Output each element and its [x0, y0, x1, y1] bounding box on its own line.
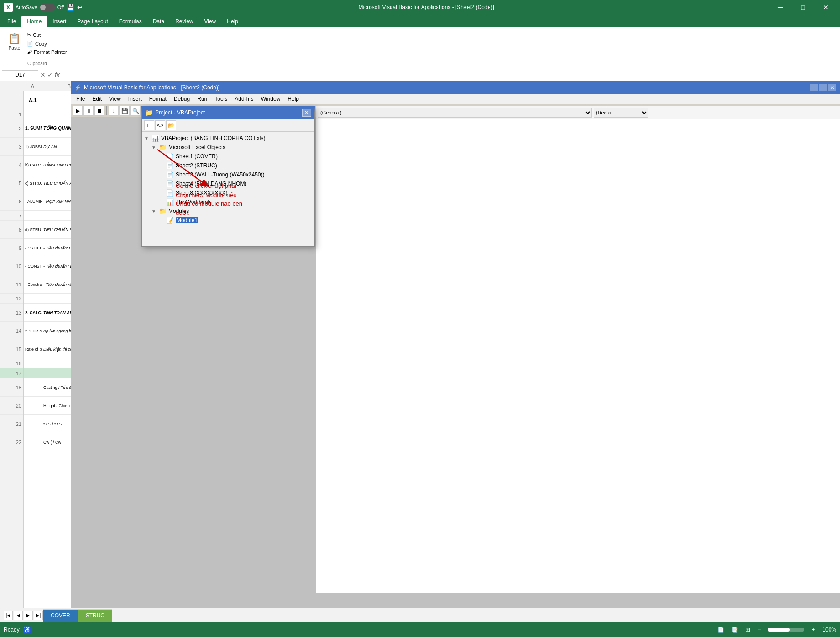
- format-painter-button[interactable]: 🖌 Format Painter: [25, 48, 69, 56]
- vba-excel-objects-item[interactable]: ▼ 📁 Microsoft Excel Objects: [151, 143, 312, 152]
- cell-a-header[interactable]: A.1: [24, 91, 42, 109]
- vba-menu-help[interactable]: Help: [284, 95, 303, 103]
- save-icon[interactable]: 💾: [67, 4, 74, 11]
- tab-help[interactable]: Help: [221, 16, 244, 27]
- vba-sheet2-item[interactable]: 📄 Sheet2 (STRUC): [159, 161, 312, 170]
- close-button[interactable]: ✕: [815, 0, 836, 15]
- vba-tb-step[interactable]: ↓: [109, 106, 119, 116]
- vba-restore-btn[interactable]: □: [819, 84, 827, 91]
- vba-declar-select[interactable]: (Declar: [594, 108, 648, 118]
- paste-button[interactable]: 📋 Paste: [5, 31, 23, 52]
- cell-a18[interactable]: [24, 378, 42, 396]
- cell-a6-alum[interactable]: - ALUMINUM :: [24, 192, 42, 210]
- cell-a7[interactable]: [24, 211, 42, 220]
- cell-a17[interactable]: [24, 368, 42, 378]
- row-num-17: 17: [0, 368, 23, 378]
- vba-menu-run[interactable]: Run: [193, 95, 211, 103]
- vba-menu-addins[interactable]: Add-Ins: [231, 95, 257, 103]
- autosave-toggle[interactable]: [39, 4, 56, 11]
- copy-button[interactable]: 📄 Copy: [25, 40, 69, 47]
- cell-a2-summary[interactable]: 1. SUMMARY: [24, 119, 42, 137]
- zoom-in-icon[interactable]: +: [812, 627, 815, 633]
- vba-menu-window[interactable]: Window: [257, 95, 284, 103]
- formula-cancel-icon[interactable]: ✕: [40, 71, 46, 78]
- vba-tb-pause[interactable]: ⏸: [83, 106, 94, 116]
- vba-editor-body[interactable]: [316, 119, 840, 210]
- cell-a15-rate[interactable]: Rate of placement...: [24, 340, 42, 358]
- minimize-button[interactable]: ─: [770, 0, 791, 15]
- vba-minimize-btn[interactable]: ─: [810, 84, 818, 91]
- vba-sheet1-item[interactable]: 📄 Sheet1 (COVER): [159, 152, 312, 161]
- tab-home[interactable]: Home: [21, 16, 47, 27]
- tab-view[interactable]: View: [199, 16, 222, 27]
- vba-view-object-btn[interactable]: □: [144, 120, 154, 130]
- sheet-tab-struc[interactable]: STRUC: [78, 609, 112, 622]
- undo-icon[interactable]: ↩: [77, 4, 83, 11]
- vba-menu-file[interactable]: File: [73, 95, 89, 103]
- cell-a8-struct-con[interactable]: d) STRU...: [24, 221, 42, 238]
- formula-insert-function-icon[interactable]: fx: [55, 71, 60, 78]
- row-num-8: 8: [0, 221, 23, 239]
- zoom-out-icon[interactable]: −: [757, 627, 761, 633]
- vba-tb-run[interactable]: ▶: [73, 106, 83, 116]
- cell-a11-const-stand[interactable]: - Construction stand: [24, 275, 42, 293]
- cell-a13-calc2[interactable]: 2. CALC...: [24, 304, 42, 321]
- sheet-nav-next[interactable]: ▶: [24, 611, 33, 620]
- sheet-tab-cover[interactable]: COVER: [43, 609, 78, 622]
- callout-line3: Chưa có module nào bên: [176, 199, 242, 208]
- name-box[interactable]: [2, 70, 38, 79]
- vba-general-select[interactable]: (General): [318, 108, 592, 118]
- maximize-button[interactable]: □: [793, 0, 814, 15]
- status-ready: Ready: [4, 627, 20, 633]
- cell-a20[interactable]: [24, 397, 42, 414]
- zoom-slider[interactable]: [768, 628, 804, 632]
- tab-review[interactable]: Review: [170, 16, 198, 27]
- formula-bar: ✕ ✓ fx: [0, 68, 840, 81]
- tab-formulas[interactable]: Formulas: [114, 16, 147, 27]
- callout-text: Có thể click chuột phải Chọn New Module …: [176, 181, 242, 217]
- formula-input[interactable]: [62, 72, 838, 78]
- vba-menu-view[interactable]: View: [105, 95, 125, 103]
- vba-project-close-btn[interactable]: ✕: [302, 109, 311, 117]
- cell-a3-jobsite[interactable]: 1) JOBSITE :: [24, 138, 42, 155]
- cell-a4-calc[interactable]: b) CALC...: [24, 156, 42, 174]
- vba-menu-format[interactable]: Format: [146, 95, 170, 103]
- row-num-22: 22: [0, 433, 23, 451]
- cell-a21[interactable]: [24, 415, 42, 433]
- view-layout-icon[interactable]: 📑: [731, 627, 738, 633]
- cell-a5-struct[interactable]: c) STRU...: [24, 174, 42, 192]
- vba-menu-edit[interactable]: Edit: [89, 95, 105, 103]
- tab-file[interactable]: File: [2, 16, 21, 27]
- vba-toggle-folders-btn[interactable]: 📂: [166, 120, 176, 130]
- vba-menu-tools[interactable]: Tools: [211, 95, 231, 103]
- sheet-nav-last[interactable]: ▶|: [34, 611, 43, 620]
- vba-sheet3-item[interactable]: 📄 Sheet3 (WALL-Tuong (W450x2450)): [159, 170, 312, 179]
- cell-a12[interactable]: [24, 294, 42, 303]
- vba-code-editor[interactable]: (General) (Declar: [316, 106, 840, 593]
- cut-button[interactable]: ✂ Cut: [25, 31, 69, 39]
- format-painter-label: Format Painter: [34, 49, 67, 55]
- vba-tb-save[interactable]: 💾: [120, 106, 130, 116]
- view-page-break-icon[interactable]: ⊞: [746, 627, 750, 633]
- formula-confirm-icon[interactable]: ✓: [47, 71, 53, 78]
- vba-tb-stop[interactable]: ⏹: [94, 106, 104, 116]
- vba-menu-insert[interactable]: Insert: [125, 95, 146, 103]
- vba-root-item[interactable]: ▼ 📊 VBAProject (BANG TINH COPHA COT.xls): [144, 134, 312, 143]
- cell-a1[interactable]: [24, 109, 42, 119]
- cell-a14-calc21[interactable]: 2-1. Calc...: [24, 322, 42, 340]
- cell-a16[interactable]: [24, 358, 42, 368]
- vba-close-outer-btn[interactable]: ✕: [828, 84, 836, 91]
- sheet-nav-first[interactable]: |◀: [4, 611, 13, 620]
- tab-page-layout[interactable]: Page Layout: [72, 16, 113, 27]
- sheet-nav-prev[interactable]: ◀: [14, 611, 23, 620]
- cell-a9-criterion[interactable]: - CRITERION...: [24, 239, 42, 257]
- cell-a22[interactable]: [24, 433, 42, 451]
- vba-module1-item[interactable]: 📝 Module1: [159, 216, 312, 225]
- tab-data[interactable]: Data: [147, 16, 170, 27]
- tab-insert[interactable]: Insert: [47, 16, 72, 27]
- view-normal-icon[interactable]: 📄: [717, 627, 724, 633]
- vba-menu-debug[interactable]: Debug: [170, 95, 193, 103]
- cell-a10-const-work[interactable]: - CONST...: [24, 257, 42, 275]
- vba-tb-find[interactable]: 🔍: [130, 106, 141, 116]
- vba-view-code-btn[interactable]: <>: [155, 120, 165, 130]
